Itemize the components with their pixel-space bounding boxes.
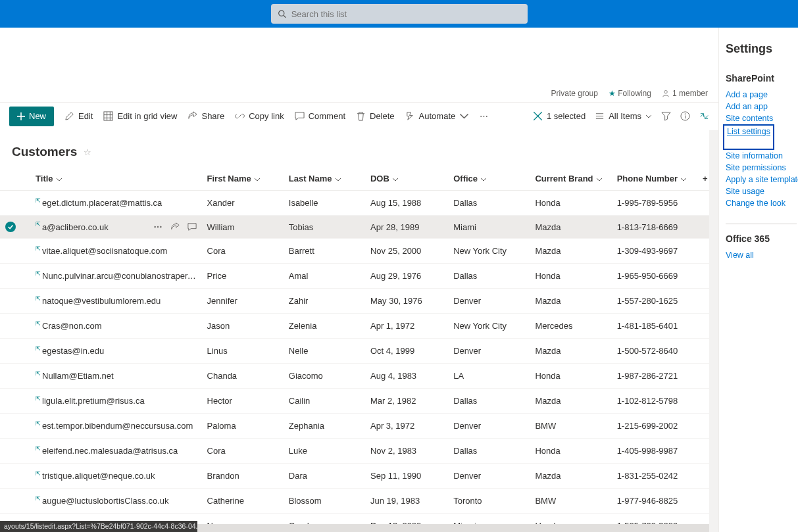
copy-link-button[interactable]: Copy link	[235, 111, 284, 121]
cell-last: Blossom	[284, 489, 365, 514]
column-header[interactable]: First Name	[202, 167, 284, 191]
row-checkbox[interactable]	[5, 495, 16, 505]
row-checkbox[interactable]	[5, 395, 16, 405]
row-checkbox[interactable]	[5, 445, 16, 455]
pencil-icon	[64, 111, 74, 121]
row-checkbox[interactable]	[5, 270, 16, 280]
row-checkbox[interactable]	[5, 370, 16, 380]
comment-icon	[295, 111, 305, 121]
table-row[interactable]: ⇱augue@luctuslobortisClass.co.ukCatherin…	[0, 489, 718, 514]
delete-button[interactable]: Delete	[356, 111, 395, 121]
search-input[interactable]	[291, 9, 521, 19]
svg-line-1	[284, 15, 286, 17]
column-header[interactable]: Title	[30, 167, 201, 191]
status-bar: ayouts/15/listedit.aspx?List=%7Be24bf071…	[0, 521, 197, 532]
cell-title: natoque@vestibulumlorem.edu	[42, 296, 196, 306]
table-row[interactable]: ⇱est.tempor.bibendum@neccursusa.comPalom…	[0, 414, 718, 439]
table-row[interactable]: ⇱egestas@in.eduLinusNelleOct 4, 1999Denv…	[0, 339, 718, 364]
table-row[interactable]: ⇱tristique.aliquet@neque.co.ukBrandonDar…	[0, 464, 718, 489]
cell-dob: Dec 13, 2000	[365, 514, 448, 525]
view-switcher[interactable]: All Items	[595, 111, 652, 121]
cell-title: eget.dictum.placerat@mattis.ca	[42, 198, 196, 208]
settings-link[interactable]: Apply a site template	[726, 174, 798, 185]
cell-brand: Mazda	[530, 239, 611, 264]
automate-button[interactable]: Automate	[405, 111, 470, 121]
row-checkbox[interactable]	[5, 245, 16, 255]
settings-link[interactable]: Add an app	[726, 101, 798, 112]
settings-link[interactable]: Site usage	[726, 185, 798, 197]
table-row[interactable]: ⇱Cras@non.comJasonZeleniaApr 1, 1972New …	[0, 314, 718, 339]
cell-brand: Mazda	[530, 464, 611, 489]
chevron-down-icon	[645, 113, 652, 120]
separator	[726, 224, 797, 224]
table-row[interactable]: ⇱Nullam@Etiam.netChandaGiacomoAug 4, 198…	[0, 364, 718, 389]
search-box[interactable]	[271, 4, 528, 24]
settings-link[interactable]: Add a page	[726, 89, 798, 101]
row-checkbox[interactable]	[5, 222, 16, 232]
share-icon[interactable]	[170, 222, 180, 231]
svg-point-19	[157, 226, 159, 228]
settings-link[interactable]: Change the look	[726, 197, 798, 209]
more-icon[interactable]	[153, 222, 162, 231]
row-checkbox[interactable]	[5, 420, 16, 430]
cell-office: New York City	[448, 314, 530, 339]
table-row[interactable]: ⇱ligula.elit.pretium@risus.caHectorCaili…	[0, 389, 718, 414]
cell-last: Isabelle	[284, 191, 365, 216]
table-row[interactable]: ⇱natoque@vestibulumlorem.eduJenniferZahi…	[0, 289, 718, 314]
new-button[interactable]: New	[9, 107, 54, 126]
members-button[interactable]: 1 member	[662, 89, 708, 98]
row-checkbox[interactable]	[5, 470, 16, 480]
comment-button[interactable]: Comment	[295, 111, 345, 121]
settings-link[interactable]: Site information	[726, 150, 798, 162]
cell-dob: Apr 3, 1972	[365, 414, 448, 439]
vertical-scrollbar[interactable]	[709, 130, 718, 532]
cell-first: Linus	[202, 339, 284, 364]
table-row[interactable]: ⇱eleifend.nec.malesuada@atrisus.caCoraLu…	[0, 439, 718, 464]
edit-button[interactable]: Edit	[64, 111, 93, 121]
table-row[interactable]: ⇱Nunc.pulvinar.arcu@conubianostraper.edu…	[0, 264, 718, 289]
comment-icon[interactable]	[187, 222, 197, 231]
svg-point-17	[685, 114, 686, 114]
table-row[interactable]: ⇱a@aclibero.co.ukWilliamTobiasApr 28, 19…	[0, 216, 718, 239]
more-button[interactable]: ⋯	[480, 111, 488, 121]
cell-office: Dallas	[448, 191, 530, 216]
selected-count[interactable]: 1 selected	[533, 111, 586, 121]
column-header[interactable]: DOB	[365, 167, 448, 191]
expand-icon[interactable]	[699, 111, 709, 121]
group-type-label: Private group	[551, 89, 598, 98]
settings-link[interactable]: Site contents	[726, 112, 798, 124]
info-icon[interactable]	[680, 111, 690, 121]
row-checkbox[interactable]	[5, 320, 16, 330]
cell-last: Giacomo	[284, 364, 365, 389]
column-header[interactable]: Office	[448, 167, 530, 191]
settings-link[interactable]: List settings	[727, 127, 770, 136]
following-button[interactable]: ★ Following	[609, 89, 651, 98]
cell-dob: Oct 4, 1999	[365, 339, 448, 364]
row-checkbox[interactable]	[5, 295, 16, 305]
share-button[interactable]: Share	[187, 111, 224, 121]
cell-title: Nunc.pulvinar.arcu@conubianostraper.edu	[42, 271, 196, 281]
column-header[interactable]: Current Brand	[530, 167, 611, 191]
settings-link[interactable]: View all	[726, 249, 798, 261]
cell-first: Catherine	[202, 489, 284, 514]
column-header[interactable]: Last Name	[284, 167, 365, 191]
cell-first: Cora	[202, 239, 284, 264]
star-filled-icon: ★	[609, 89, 616, 98]
site-header	[0, 28, 718, 84]
column-header[interactable]: Phone Number	[612, 167, 697, 191]
row-checkbox[interactable]	[5, 345, 16, 355]
settings-link[interactable]: Site permissions	[726, 162, 798, 174]
table-row[interactable]: ⇱eget.dictum.placerat@mattis.caXanderIsa…	[0, 191, 718, 216]
cell-office: Dallas	[448, 439, 530, 464]
trash-icon	[356, 111, 366, 121]
cell-phone: 1-977-946-8825	[612, 489, 697, 514]
cell-brand: Honda	[530, 364, 611, 389]
cell-dob: Apr 28, 1989	[365, 216, 448, 239]
cursor-icon	[719, 139, 720, 148]
svg-point-2	[664, 91, 668, 94]
table-row[interactable]: ⇱vitae.aliquet@sociisnatoque.comCoraBarr…	[0, 239, 718, 264]
row-checkbox[interactable]	[5, 197, 16, 207]
favorite-star-icon[interactable]: ☆	[84, 147, 91, 157]
edit-grid-button[interactable]: Edit in grid view	[103, 111, 177, 121]
filter-icon[interactable]	[661, 111, 671, 121]
